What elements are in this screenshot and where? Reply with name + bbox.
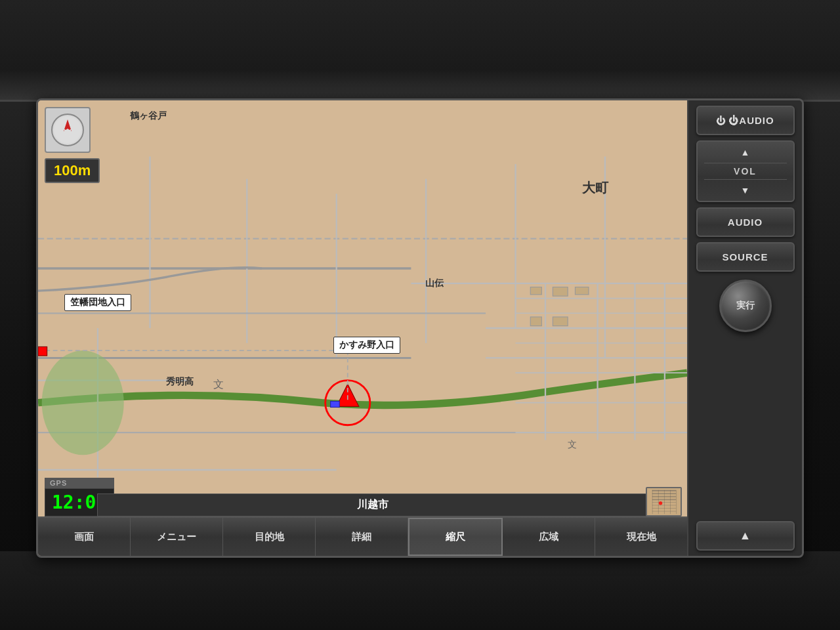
nav-unit: 文 文 鶴ヶ谷戸 大町 山伝 秀明高 笠幡団地入口 かすみ野入口 <box>36 98 804 558</box>
map-label-kasawata: 笠幡団地入口 <box>64 294 131 311</box>
map-label-syumeiko: 秀明高 <box>166 376 194 388</box>
vol-label: VOL <box>698 163 793 179</box>
current-location-button[interactable]: 現在地 <box>595 518 687 556</box>
svg-marker-43 <box>64 129 72 140</box>
compass <box>45 107 91 153</box>
power-icon: ⏻ <box>716 116 726 126</box>
svg-text:文: 文 <box>213 379 224 390</box>
gps-label: GPS <box>45 478 114 488</box>
svg-rect-26 <box>530 287 541 294</box>
detail-button[interactable]: 詳細 <box>316 518 408 556</box>
audio-button[interactable]: AUDIO <box>696 207 795 237</box>
scale-indicator: 100m <box>45 158 100 183</box>
svg-rect-54 <box>658 490 659 514</box>
eject-button[interactable]: ▲ <box>696 521 795 551</box>
map-label-yamaden: 山伝 <box>425 278 444 289</box>
wide-button[interactable]: 広域 <box>503 518 595 556</box>
svg-point-58 <box>659 501 662 505</box>
map-screen[interactable]: 文 文 鶴ヶ谷戸 大町 山伝 秀明高 笠幡団地入口 かすみ野入口 <box>38 100 687 556</box>
svg-rect-30 <box>553 317 568 326</box>
svg-rect-39 <box>38 346 47 356</box>
map-roads: 文 文 <box>38 100 687 556</box>
svg-point-33 <box>42 350 124 455</box>
vol-down-button[interactable]: ▼ <box>698 180 793 201</box>
svg-text:文: 文 <box>568 440 577 450</box>
city-banner: 川越市 <box>97 494 648 516</box>
audio-power-button[interactable]: ⏻⏻AUDIO <box>696 106 795 135</box>
scale-button[interactable]: 縮尺 <box>408 518 503 556</box>
svg-rect-57 <box>676 490 677 514</box>
bottom-nav-buttons: 画面 メニュー 目的地 詳細 縮尺 広域 現在地 <box>38 516 687 556</box>
svg-rect-55 <box>664 490 665 514</box>
vol-up-button[interactable]: ▲ <box>698 142 793 163</box>
vol-up-icon: ▲ <box>741 147 750 158</box>
screen-button[interactable]: 画面 <box>38 518 131 556</box>
svg-rect-27 <box>553 287 568 296</box>
source-button[interactable]: SOURCE <box>696 242 795 272</box>
svg-rect-56 <box>670 490 671 514</box>
map-label-kasumi: かすみ野入口 <box>333 337 400 354</box>
svg-rect-53 <box>652 490 653 514</box>
destination-button[interactable]: 目的地 <box>223 518 316 556</box>
execute-knob[interactable]: 実行 <box>719 280 772 332</box>
map-label-tsurugaya: 鶴ヶ谷戸 <box>130 110 167 122</box>
svg-rect-29 <box>530 317 541 326</box>
vol-control: ▲ VOL ▼ <box>696 140 795 202</box>
car-dashboard: 文 文 鶴ヶ谷戸 大町 山伝 秀明高 笠幡団地入口 かすみ野入口 <box>0 0 840 630</box>
vol-down-icon: ▼ <box>741 185 750 196</box>
scale-text: 100m <box>54 162 91 178</box>
compass-inner <box>51 114 84 146</box>
svg-rect-28 <box>575 287 588 294</box>
top-trim <box>0 0 840 102</box>
svg-rect-36 <box>331 401 340 407</box>
mini-map <box>646 487 682 516</box>
audio-power-label: ⏻AUDIO <box>728 115 774 126</box>
map-label-omachi: 大町 <box>582 179 608 197</box>
menu-button[interactable]: メニュー <box>131 518 223 556</box>
right-panel: ⏻⏻AUDIO ▲ VOL ▼ AUDIO SOURCE 実行 ▲ <box>687 100 802 556</box>
bottom-trim <box>0 551 840 630</box>
